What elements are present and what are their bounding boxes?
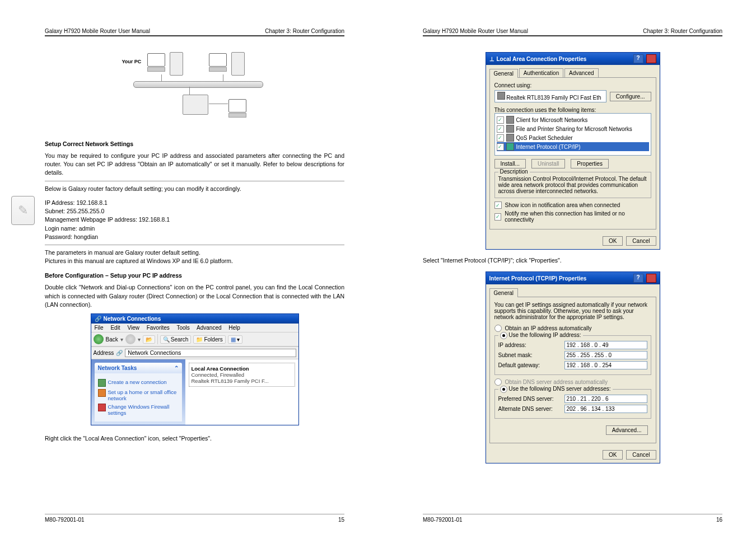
checkbox-icon[interactable]: ✓ <box>494 202 502 209</box>
diagram-yourpc-label: Your PC <box>122 59 142 64</box>
close-icon[interactable] <box>646 274 656 283</box>
checkbox-icon[interactable]: ✓ <box>497 143 504 151</box>
radio-use-dns[interactable] <box>500 386 507 393</box>
cancel-button[interactable]: Cancel <box>626 450 656 460</box>
default-gateway-field[interactable]: 192 . 168 . 0 . 254 <box>564 361 647 369</box>
forward-icon[interactable] <box>125 334 136 344</box>
header-right-text: Chapter 3: Router Configuration <box>643 28 722 34</box>
close-icon[interactable] <box>646 54 656 63</box>
items-pane: Local Area Connection Connected, Firewal… <box>185 359 298 425</box>
subnet-mask-field[interactable]: 255 . 255 . 255 . 0 <box>564 351 647 359</box>
group-label: Use the following IP address: <box>498 332 583 339</box>
menu-file[interactable]: File <box>95 325 104 331</box>
properties-button[interactable]: Properties <box>571 159 609 168</box>
ok-button[interactable]: OK <box>603 236 623 246</box>
back-label[interactable]: Back <box>106 336 118 343</box>
menu-favorites[interactable]: Favorites <box>147 325 170 331</box>
address-label: Address <box>94 350 114 356</box>
list-item-tcpip[interactable]: ✓Internet Protocol (TCP/IP) <box>497 142 649 151</box>
tab-body: Connect using: Realtek RTL8139 Family PC… <box>489 77 656 229</box>
paragraph: You may be required to configure your PC… <box>45 152 344 177</box>
task-icon <box>98 404 106 411</box>
paragraph: Double click "Network and Dial-up Connec… <box>45 283 344 309</box>
address-value[interactable]: Network Connections <box>125 349 296 357</box>
connector-line <box>209 104 228 104</box>
tab-general[interactable]: General <box>489 288 519 297</box>
checkbox-icon[interactable]: ✓ <box>497 116 504 124</box>
checkbox-icon[interactable]: ✓ <box>494 213 502 221</box>
lac-properties-dialog: ⊥ Local Area Connection Properties ? Gen… <box>486 52 660 250</box>
paragraph: Right click the "Local Area Connection" … <box>45 434 344 443</box>
section-title-before-config: Before Configuration – Setup your PC IP … <box>45 272 344 279</box>
service-icon <box>506 125 514 133</box>
list-item[interactable]: ✓QoS Packet Scheduler <box>497 133 649 142</box>
help-icon[interactable]: ? <box>633 54 643 63</box>
default-line: Management Webpage IP address: 192.168.8… <box>45 216 344 224</box>
list-item[interactable]: ✓File and Printer Sharing for Microsoft … <box>497 124 649 133</box>
checkbox-icon[interactable]: ✓ <box>497 125 504 133</box>
tcpip-properties-dialog: Internet Protocol (TCP/IP) Properties ? … <box>486 271 660 463</box>
tab-authentication[interactable]: Authentication <box>519 68 563 77</box>
divider <box>45 245 344 245</box>
menu-view[interactable]: View <box>127 325 139 331</box>
footer-code: M80-792001-01 <box>45 517 85 523</box>
description-group: Description Transmission Control Protoco… <box>494 172 651 198</box>
list-item[interactable]: ✓Client for Microsoft Networks <box>497 115 649 124</box>
tasks-header[interactable]: Network Tasks ⌃ <box>95 363 182 373</box>
task-setup-network[interactable]: Set up a home or small office network <box>98 389 179 401</box>
ip-address-field[interactable]: 192 . 168 . 0 . 49 <box>564 341 647 349</box>
titlebar[interactable]: Internet Protocol (TCP/IP) Properties ? <box>486 272 660 284</box>
default-line: Password: hongdian <box>45 233 344 241</box>
configure-button[interactable]: Configure... <box>610 92 651 101</box>
advanced-button[interactable]: Advanced... <box>606 425 648 435</box>
tab-general[interactable]: General <box>489 69 519 78</box>
ip-label: IP address: <box>498 342 526 348</box>
gateway-label: Default gateway: <box>498 362 540 368</box>
tower-icon <box>231 52 245 76</box>
menu-help[interactable]: Help <box>228 325 240 331</box>
task-create-connection[interactable]: Create a new connection <box>98 379 179 387</box>
dialog-buttons: OK Cancel <box>486 447 660 463</box>
task-firewall-settings[interactable]: Change Windows Firewall settings <box>98 404 179 416</box>
group-label: Use the following DNS server addresses: <box>498 386 613 393</box>
search-button[interactable]: 🔍 Search <box>160 335 192 344</box>
network-diagram: Your PC <box>116 48 273 126</box>
header-left-text: Galaxy H7920 Mobile Router User Manual <box>423 28 528 34</box>
page-15: Galaxy H7920 Mobile Router User Manual C… <box>0 0 378 534</box>
menubar[interactable]: File Edit View Favorites Tools Advanced … <box>91 324 298 332</box>
description-text: Transmission Control Protocol/Internet P… <box>498 176 647 194</box>
dns-group: Use the following DNS server addresses: … <box>494 389 651 419</box>
cancel-button[interactable]: Cancel <box>626 236 656 246</box>
menu-edit[interactable]: Edit <box>110 325 120 331</box>
default-line: Login name: admin <box>45 224 344 233</box>
tabstrip: General <box>486 284 660 297</box>
app-icon: ⊥ <box>489 56 494 62</box>
uninstall-button: Uninstall <box>531 159 565 168</box>
back-icon[interactable] <box>94 334 104 344</box>
ok-button[interactable]: OK <box>603 450 623 460</box>
alternate-dns-field[interactable]: 202 . 96 . 134 . 133 <box>564 405 647 413</box>
window-title: Internet Protocol (TCP/IP) Properties <box>489 275 587 282</box>
radio-use-ip[interactable] <box>500 332 507 339</box>
local-area-connection-item[interactable]: Local Area Connection Connected, Firewal… <box>189 363 295 387</box>
help-icon[interactable]: ? <box>633 274 643 283</box>
pc-icon <box>147 53 169 73</box>
connector-line <box>223 74 224 81</box>
views-button[interactable]: ▦▾ <box>228 335 242 344</box>
install-button[interactable]: Install... <box>494 159 526 168</box>
up-button[interactable]: 📂 <box>143 335 155 344</box>
titlebar[interactable]: ⊥ Local Area Connection Properties ? <box>486 53 660 65</box>
checkbox-icon[interactable]: ✓ <box>497 134 504 142</box>
tab-advanced[interactable]: Advanced <box>564 68 598 77</box>
connector-line <box>189 87 190 95</box>
adapter-field[interactable]: Realtek RTL8139 Family PCI Fast Eth <box>494 90 606 102</box>
menu-tools[interactable]: Tools <box>176 325 189 331</box>
collapse-icon[interactable]: ⌃ <box>174 365 179 371</box>
preferred-dns-field[interactable]: 210 . 21 . 220 . 6 <box>564 395 647 403</box>
tower-icon <box>170 52 183 76</box>
folders-button[interactable]: 📁 Folders <box>193 335 225 344</box>
items-listbox[interactable]: ✓Client for Microsoft Networks ✓File and… <box>494 113 651 156</box>
radio-obtain-ip[interactable] <box>494 325 502 332</box>
titlebar[interactable]: 🔗 Network Connections <box>91 314 298 324</box>
menu-advanced[interactable]: Advanced <box>197 325 221 331</box>
